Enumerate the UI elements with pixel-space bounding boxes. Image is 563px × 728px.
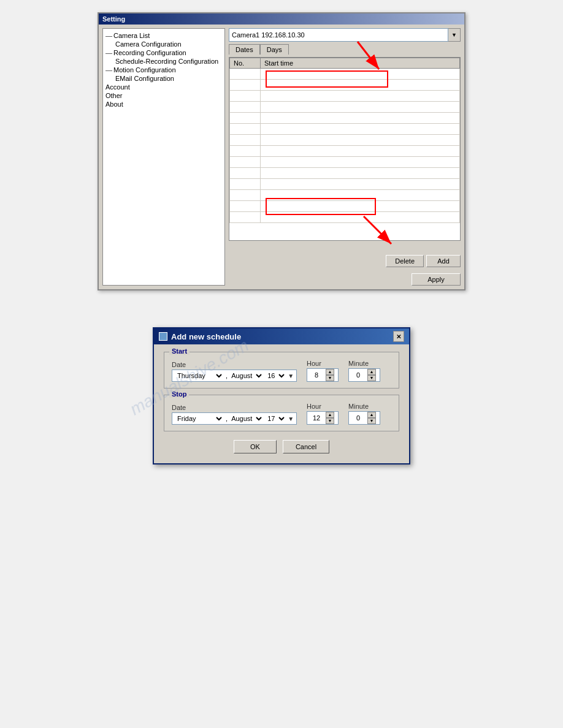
- schedule-table-container: No. Start time: [229, 57, 461, 241]
- schedule-table: No. Start time: [229, 58, 460, 223]
- table-row: [230, 91, 460, 102]
- start-date-select-wrapper: Thursday Friday Saturday Sunday Monday T…: [172, 370, 297, 382]
- stop-minute-input[interactable]: [349, 413, 367, 423]
- start-daynum-select[interactable]: 16 17: [264, 371, 286, 381]
- start-minute-spinbox: ▲ ▼: [348, 368, 380, 382]
- stop-section: Stop Date Thursday Friday Saturday Sunda…: [164, 395, 399, 431]
- stop-date-label: Date: [172, 404, 297, 411]
- tree-item-about[interactable]: About: [105, 100, 222, 108]
- col-start-time: Start time: [261, 58, 460, 69]
- stop-date-select-wrapper: Thursday Friday Saturday Sunday Monday T…: [172, 412, 297, 425]
- start-minute-up-button[interactable]: ▲: [367, 369, 376, 375]
- table-row: [230, 124, 460, 135]
- stop-daynum-select[interactable]: 16 17: [264, 414, 286, 423]
- tab-days[interactable]: Days: [260, 44, 289, 55]
- tab-dates[interactable]: Dates: [229, 44, 260, 55]
- stop-minute-down-button[interactable]: ▼: [367, 418, 376, 424]
- cancel-button[interactable]: Cancel: [283, 440, 329, 453]
- start-form-row: Date Thursday Friday Saturday Sunday Mon…: [172, 360, 391, 382]
- dialog-backdrop: Add new schedule ✕ Start Date Thursday F…: [153, 327, 410, 464]
- setting-title: Setting: [102, 15, 125, 23]
- stop-hour-col: Hour ▲ ▼: [307, 403, 339, 425]
- stop-hour-label: Hour: [307, 403, 339, 410]
- start-minute-spin-buttons: ▲ ▼: [367, 369, 376, 381]
- stop-minute-up-button[interactable]: ▲: [367, 412, 376, 418]
- tree-item-schedule-recording[interactable]: Schedule-Recording Configuration: [105, 57, 222, 66]
- stop-hour-input[interactable]: [307, 413, 326, 423]
- table-row: [230, 102, 460, 113]
- stop-minute-spinbox: ▲ ▼: [348, 411, 380, 425]
- start-day-select[interactable]: Thursday Friday Saturday Sunday Monday T…: [174, 371, 224, 381]
- stop-dropdown-arrow: ▼: [286, 415, 295, 422]
- start-minute-input[interactable]: [349, 370, 367, 380]
- table-row: [230, 80, 460, 91]
- schedule-table-wrapper: No. Start time: [229, 57, 461, 250]
- tree-item-camera-config[interactable]: Camera Configuration: [105, 40, 222, 48]
- setting-right-panel: ▼ Dates Days No. Start time: [229, 28, 461, 286]
- start-date-col: Date Thursday Friday Saturday Sunday Mon…: [172, 361, 297, 382]
- stop-minute-spin-buttons: ▲ ▼: [367, 412, 376, 424]
- table-row: [230, 190, 460, 201]
- camera-dropdown-button[interactable]: ▼: [448, 28, 461, 42]
- dialog-footer: OK Cancel: [164, 438, 399, 453]
- stop-minute-col: Minute ▲ ▼: [348, 403, 380, 425]
- setting-titlebar: Setting: [99, 13, 464, 25]
- start-hour-input[interactable]: [307, 370, 326, 380]
- table-row: [230, 157, 460, 168]
- stop-hour-up-button[interactable]: ▲: [326, 412, 334, 418]
- dialog-close-button[interactable]: ✕: [393, 331, 404, 342]
- tree-item-motion-config[interactable]: —Motion Configuration: [105, 66, 222, 74]
- tree-item-other[interactable]: Other: [105, 91, 222, 100]
- start-minute-label: Minute: [348, 360, 380, 367]
- start-section-label: Start: [169, 347, 190, 355]
- tree-item-camera-list[interactable]: —Camera List: [105, 31, 222, 40]
- dialog-app-icon: [159, 332, 167, 341]
- table-row: [230, 69, 460, 80]
- stop-section-label: Stop: [169, 390, 189, 398]
- table-row: [230, 201, 460, 212]
- start-section: Start Date Thursday Friday Saturday Sund…: [164, 352, 399, 389]
- dialog-titlebar-left: Add new schedule: [159, 332, 241, 341]
- camera-dropdown-input[interactable]: [229, 28, 448, 42]
- stop-form-row: Date Thursday Friday Saturday Sunday Mon…: [172, 403, 391, 425]
- camera-dropdown-row: ▼: [229, 28, 461, 42]
- bottom-buttons-row: Delete Add: [229, 252, 461, 270]
- dialog-body: Start Date Thursday Friday Saturday Sund…: [154, 344, 409, 463]
- ok-button[interactable]: OK: [234, 440, 277, 453]
- apply-button[interactable]: Apply: [412, 273, 461, 286]
- start-minute-col: Minute ▲ ▼: [348, 360, 380, 382]
- dialog-titlebar: Add new schedule ✕: [154, 328, 409, 344]
- apply-row: Apply: [229, 272, 461, 286]
- start-dropdown-arrow: ▼: [286, 373, 295, 379]
- stop-day-select[interactable]: Thursday Friday Saturday Sunday Monday T…: [174, 414, 224, 423]
- start-minute-down-button[interactable]: ▼: [367, 375, 376, 381]
- stop-hour-down-button[interactable]: ▼: [326, 418, 334, 424]
- start-hour-up-button[interactable]: ▲: [326, 369, 334, 375]
- stop-month-select[interactable]: August: [228, 414, 264, 423]
- stop-hour-spin-buttons: ▲ ▼: [326, 412, 334, 424]
- add-schedule-dialog: Add new schedule ✕ Start Date Thursday F…: [153, 327, 410, 464]
- start-hour-down-button[interactable]: ▼: [326, 375, 334, 381]
- table-row: [230, 168, 460, 179]
- start-date-label: Date: [172, 361, 297, 368]
- col-no: No.: [230, 58, 261, 69]
- table-row: [230, 146, 460, 157]
- add-button[interactable]: Add: [426, 255, 461, 267]
- tree-item-account[interactable]: Account: [105, 83, 222, 91]
- stop-date-col: Date Thursday Friday Saturday Sunday Mon…: [172, 404, 297, 425]
- table-row: [230, 135, 460, 146]
- tree-item-recording-config[interactable]: —Recording Configuration: [105, 48, 222, 57]
- table-row: [230, 179, 460, 190]
- start-month-select[interactable]: August: [228, 371, 264, 381]
- stop-minute-label: Minute: [348, 403, 380, 410]
- dialog-title: Add new schedule: [171, 332, 241, 341]
- start-hour-col: Hour ▲ ▼: [307, 360, 339, 382]
- delete-button[interactable]: Delete: [386, 255, 424, 267]
- setting-window: Setting —Camera List Camera Configuratio…: [98, 12, 465, 290]
- start-hour-spin-buttons: ▲ ▼: [326, 369, 334, 381]
- start-hour-label: Hour: [307, 360, 339, 367]
- tree-item-email-config[interactable]: EMail Configuration: [105, 74, 222, 83]
- table-row: [230, 113, 460, 124]
- start-hour-spinbox: ▲ ▼: [307, 368, 339, 382]
- table-row: [230, 212, 460, 223]
